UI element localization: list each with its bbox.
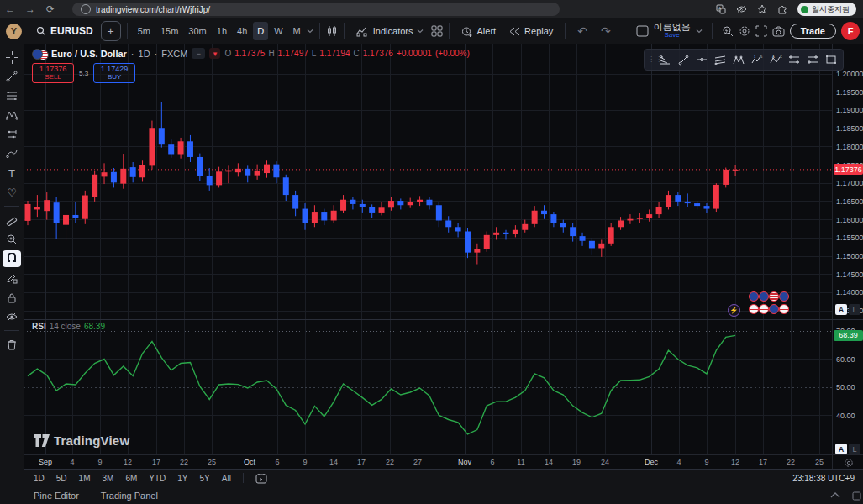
forecast-tool-icon[interactable]	[3, 126, 21, 143]
interval-1d-active[interactable]: D	[253, 22, 268, 40]
parallel-channel-tool-icon[interactable]	[712, 51, 729, 68]
range-all[interactable]: All	[222, 474, 231, 483]
layout-save-label[interactable]: Save	[665, 31, 680, 39]
profile-paused-chip[interactable]: 일시중지됨	[797, 3, 856, 16]
interval-4h[interactable]: 4h	[233, 22, 251, 40]
emoji-heart-tool-icon[interactable]: ♡	[3, 184, 21, 201]
xabcd-pattern-tool-icon[interactable]	[730, 51, 747, 68]
time-axis[interactable]: Sep4912172225Oct6914172227Nov611141924De…	[24, 454, 832, 470]
settings-gear-icon[interactable]	[739, 25, 750, 37]
layout-select-icon[interactable]	[636, 25, 649, 37]
log-scale-button[interactable]: L	[849, 304, 860, 315]
economic-event-flag-us-icon[interactable]	[759, 304, 769, 314]
buy-button[interactable]: 1.17429 BUY	[93, 63, 135, 83]
range-3m[interactable]: 3M	[103, 474, 114, 483]
range-1m[interactable]: 1M	[79, 474, 91, 483]
crosshair-tool-icon[interactable]	[3, 49, 21, 66]
auto-scale-button[interactable]: A	[835, 444, 847, 454]
fib-retracement-tool-icon[interactable]	[3, 87, 21, 104]
panel-maximize-icon[interactable]	[852, 491, 861, 501]
short-position-tool-icon[interactable]	[804, 51, 821, 68]
broker-icon[interactable]: F	[841, 22, 860, 40]
interval-1h[interactable]: 1h	[213, 22, 231, 40]
indicator-templates-icon[interactable]	[431, 25, 443, 37]
elliott-wave-tool-icon[interactable]: 15	[749, 51, 766, 68]
economic-event-flag-eu-icon[interactable]	[769, 304, 779, 314]
range-1d[interactable]: 1D	[34, 474, 45, 483]
eye-off-icon[interactable]	[736, 4, 747, 14]
interval-1m[interactable]: M	[289, 22, 305, 40]
replay-button[interactable]: Replay	[503, 21, 559, 41]
economic-event-flag-us-icon[interactable]	[769, 291, 779, 302]
redo-button[interactable]: ↷	[595, 21, 617, 41]
alert-button[interactable]: Alert	[455, 21, 502, 41]
lock-drawings-icon[interactable]	[3, 289, 21, 306]
pane-separator[interactable]	[24, 319, 863, 320]
tab-trading-panel[interactable]: Trading Panel	[101, 491, 158, 501]
sell-button[interactable]: 1.17376 SELL	[32, 63, 74, 83]
long-position-tool-icon[interactable]	[786, 51, 802, 68]
compare-add-button[interactable]: +	[101, 21, 121, 41]
bookmark-star-icon[interactable]	[757, 4, 767, 14]
range-5d[interactable]: 5D	[56, 474, 67, 483]
browser-reload-button[interactable]: ⟳	[40, 3, 61, 15]
panel-expand-chevron-icon[interactable]	[830, 491, 840, 498]
candlestick-chart[interactable]	[24, 44, 832, 319]
address-bar[interactable]: tradingview.com/chart/rWjfriJp/	[72, 3, 560, 16]
symbol-title[interactable]: Euro / U.S. Dollar	[51, 49, 127, 59]
quick-search-icon[interactable]	[722, 25, 734, 37]
economic-event-flag-eu-icon[interactable]	[749, 291, 759, 302]
measure-ruler-tool-icon[interactable]	[3, 212, 21, 228]
session-clock[interactable]: 23:18:38 UTC+9	[792, 474, 863, 483]
trend-line-tool-icon[interactable]	[675, 51, 692, 68]
hide-drawings-eye-icon[interactable]	[3, 308, 21, 325]
interval-30m[interactable]: 30m	[184, 22, 210, 40]
interval-1w[interactable]: W	[270, 22, 287, 40]
brush-tool-icon[interactable]	[3, 145, 21, 162]
range-ytd[interactable]: YTD	[149, 474, 166, 483]
economic-event-flag-us-icon[interactable]	[749, 304, 759, 314]
zoom-in-tool-icon[interactable]	[3, 231, 21, 248]
range-5y[interactable]: 5Y	[200, 474, 210, 483]
interval-menu-chevron-icon[interactable]	[307, 28, 313, 34]
rsi-legend[interactable]: RSI 14 close 68.39	[32, 322, 105, 331]
price-axis[interactable]: 1.200001.195001.190001.185001.180001.175…	[832, 44, 863, 454]
range-6m[interactable]: 6M	[125, 474, 137, 483]
event-flash-icon[interactable]: ⚡	[728, 304, 740, 317]
trend-line-tool-icon[interactable]	[3, 68, 21, 85]
tab-pine-editor[interactable]: Pine Editor	[34, 491, 79, 501]
pattern-xabcd-tool-icon[interactable]	[3, 107, 21, 123]
range-1y[interactable]: 1Y	[177, 474, 187, 483]
symbol-search-button[interactable]: EURUSD	[30, 21, 99, 41]
interval-5m[interactable]: 5m	[134, 22, 155, 40]
text-tool-icon[interactable]: T	[3, 165, 21, 181]
drawing-mode-tool-icon[interactable]	[3, 270, 21, 286]
legend-marker-chip[interactable]: ▾	[209, 48, 220, 59]
log-scale-button[interactable]: L	[849, 444, 860, 454]
pitchfork-tool-icon[interactable]	[656, 51, 673, 68]
abc-pattern-tool-icon[interactable]: AC	[767, 51, 784, 68]
fullscreen-icon[interactable]	[755, 25, 767, 37]
browser-back-button[interactable]: ←	[0, 3, 20, 15]
time-axis-settings[interactable]	[832, 454, 863, 470]
horizontal-line-tool-icon[interactable]	[693, 51, 710, 68]
legend-interval[interactable]: 1D	[139, 49, 150, 59]
indicators-button[interactable]: Indicators	[350, 21, 430, 41]
interval-15m[interactable]: 15m	[156, 22, 182, 40]
browser-forward-button[interactable]: →	[20, 3, 40, 15]
translate-icon[interactable]: A	[716, 4, 726, 14]
chart-style-candles-icon[interactable]	[326, 25, 338, 37]
rsi-indicator-chart[interactable]	[24, 319, 832, 454]
magnet-tool-icon-active[interactable]	[3, 250, 21, 267]
user-avatar[interactable]: Y	[6, 24, 22, 39]
legend-exchange[interactable]: FXCM	[161, 49, 187, 59]
toolbar-drag-handle[interactable]: ⋮⋮	[648, 58, 655, 61]
layout-name-button[interactable]: 이름없음 Save	[654, 23, 691, 39]
layout-chevron-icon[interactable]	[696, 28, 703, 34]
extensions-icon[interactable]	[777, 4, 787, 14]
legend-hide-chip[interactable]: −	[192, 48, 205, 59]
undo-button[interactable]: ↶	[571, 21, 593, 41]
site-info-icon[interactable]	[81, 4, 91, 14]
trade-button[interactable]: Trade	[790, 24, 836, 39]
remove-drawings-trash-icon[interactable]	[3, 336, 21, 353]
